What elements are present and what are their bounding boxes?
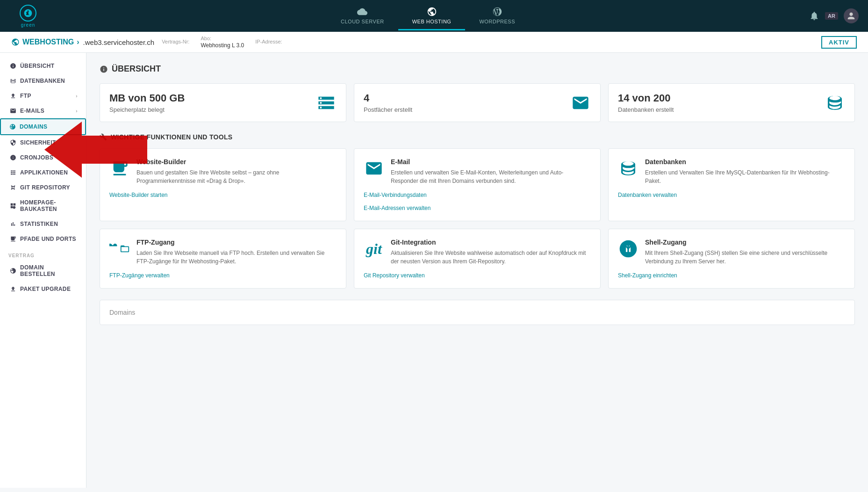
website-builder-desc: Bauen und gestalten Sie Ihre Website sel… xyxy=(136,168,337,185)
git-manage-link[interactable]: Git Repository verwalten xyxy=(364,272,591,279)
databases-icon xyxy=(825,93,845,113)
nav-item-wordpress[interactable]: WORDPRESS xyxy=(465,2,529,30)
tools-grid: Website-Builder Bauen und gestalten Sie … xyxy=(100,148,855,289)
ftp-manage-link[interactable]: FTP-Zugänge verwalten xyxy=(109,272,337,279)
nav-cloud-server-label: CLOUD SERVER xyxy=(341,19,384,24)
sidebar-item-applikationen[interactable]: APPLIKATIONEN xyxy=(0,165,86,180)
logo-icon xyxy=(20,5,36,22)
website-builder-name: Website-Builder xyxy=(136,158,337,166)
domains-title: Domains xyxy=(109,309,845,316)
ip-item: IP-Adresse: xyxy=(255,39,282,45)
storage-icon xyxy=(316,93,337,113)
nav-right: AR xyxy=(809,8,859,23)
stat-storage: MB von 500 GB Speicherplatz belegt xyxy=(100,83,346,122)
git-tool-icon: git xyxy=(364,239,384,259)
sidebar-item-paket-upgrade[interactable]: PAKET UPGRADE xyxy=(0,282,86,297)
tool-git: git Git-Integration Aktualisieren Sie Ih… xyxy=(354,229,601,289)
sidebar-item-cronjobs[interactable]: CRONJOBS xyxy=(0,150,86,165)
main-content: ÜBERSICHT MB von 500 GB Speicherplatz be… xyxy=(86,53,868,488)
sidebar-item-homepage-baukasten[interactable]: HOMEPAGE-BAUKASTEN xyxy=(0,195,86,217)
vertrag-nr-item: Vertrags-Nr: xyxy=(162,39,189,45)
webhosting-icon xyxy=(11,38,20,46)
abo-item: Abo: Webhosting L 3.0 xyxy=(201,36,244,49)
nav-item-web-hosting[interactable]: WEB HOSTING xyxy=(398,2,466,30)
storage-number: MB von 500 GB xyxy=(109,92,185,104)
tools-section-title: WICHTIGE FUNKTIONEN UND TOOLS xyxy=(100,133,855,141)
db-manage-link[interactable]: Datenbanken verwalten xyxy=(618,192,845,198)
sidebar-item-git-repository[interactable]: GIT REPOSITORY xyxy=(0,180,86,195)
datenbanken-tool-desc: Erstellen und Verwalten Sie Ihre MySQL-D… xyxy=(645,168,845,185)
shell-tool-icon xyxy=(618,239,638,259)
mailboxes-number: 4 xyxy=(364,92,412,104)
databases-number: 14 von 200 xyxy=(618,92,674,104)
datenbanken-tool-name: Datenbanken xyxy=(645,158,845,166)
emails-chevron: › xyxy=(76,108,78,114)
page-title: ÜBERSICHT xyxy=(100,64,855,74)
git-tool-name: Git-Integration xyxy=(391,239,591,246)
notification-icon[interactable] xyxy=(809,11,819,21)
sidebar-item-datenbanken[interactable]: DATENBANKEN xyxy=(0,73,86,88)
sidebar-item-sicherheit[interactable]: SICHERHEIT xyxy=(0,135,86,150)
email-conn-link[interactable]: E-Mail-Verbindungsdaten xyxy=(364,192,591,198)
sidebar-section-vertrag: VERTRAG xyxy=(0,246,86,260)
sidebar-item-emails[interactable]: E-MAILS › xyxy=(0,103,86,118)
ftp-tool-desc: Laden Sie Ihre Webseite manuell via FTP … xyxy=(136,249,337,266)
website-builder-icon xyxy=(109,158,130,179)
stat-databases: 14 von 200 Datenbanken erstellt xyxy=(608,83,855,122)
datenbanken-tool-icon xyxy=(618,158,638,179)
user-avatar[interactable] xyxy=(844,8,859,23)
website-builder-link[interactable]: Website-Builder starten xyxy=(109,192,337,198)
shell-tool-desc: Mit Ihrem Shell-Zugang (SSH) stellen Sie… xyxy=(645,249,845,266)
mailboxes-label: Postfächer erstellt xyxy=(364,106,412,113)
shell-tool-name: Shell-Zugang xyxy=(645,239,845,246)
layout: ÜBERSICHT DATENBANKEN FTP › E-MAILS › DO… xyxy=(0,53,868,488)
tool-email: E-Mail Erstellen und verwalten Sie E-Mai… xyxy=(354,148,601,221)
tool-website-builder: Website-Builder Bauen und gestalten Sie … xyxy=(100,148,346,221)
mailboxes-icon xyxy=(570,93,591,113)
email-manage-link[interactable]: E-Mail-Adressen verwalten xyxy=(364,205,591,211)
sidebar-item-domains[interactable]: DOMAINS xyxy=(0,118,86,135)
sidebar-item-pfade-und-ports[interactable]: PFADE UND PORTS xyxy=(0,232,86,246)
tool-shell: Shell-Zugang Mit Ihrem Shell-Zugang (SSH… xyxy=(608,229,855,289)
databases-label: Datenbanken erstellt xyxy=(618,106,674,113)
sidebar-item-uebersicht[interactable]: ÜBERSICHT xyxy=(0,58,86,73)
email-tool-desc: Erstellen und verwalten Sie E-Mail-Konte… xyxy=(391,168,591,185)
ar-badge[interactable]: AR xyxy=(825,12,838,20)
logo[interactable]: green xyxy=(9,5,47,28)
stat-mailboxes: 4 Postfächer erstellt xyxy=(354,83,601,122)
tools-icon xyxy=(100,133,107,141)
ftp-tool-name: FTP-Zugang xyxy=(136,239,337,246)
sidebar-item-statistiken[interactable]: STATISTIKEN xyxy=(0,217,86,232)
git-tool-desc: Aktualisieren Sie Ihre Website wahlweise… xyxy=(391,249,591,266)
breadcrumb-left: WEBHOSTING › .web3.servicehoster.ch xyxy=(11,38,154,46)
ftp-tool-icon xyxy=(109,239,130,259)
sidebar-item-domain-bestellen[interactable]: DOMAIN BESTELLEN xyxy=(0,260,86,282)
status-badge: AKTIV xyxy=(821,36,857,49)
ftp-chevron: › xyxy=(76,93,78,99)
breadcrumb-bar: WEBHOSTING › .web3.servicehoster.ch Vert… xyxy=(0,32,868,53)
nav-wordpress-label: WORDPRESS xyxy=(479,19,515,24)
breadcrumb-meta: Vertrags-Nr: Abo: Webhosting L 3.0 IP-Ad… xyxy=(162,36,282,49)
sidebar-item-ftp[interactable]: FTP › xyxy=(0,88,86,103)
stats-row: MB von 500 GB Speicherplatz belegt 4 Pos… xyxy=(100,83,855,122)
nav-item-cloud-server[interactable]: CLOUD SERVER xyxy=(327,2,398,30)
logo-label: green xyxy=(21,22,36,28)
breadcrumb-title[interactable]: WEBHOSTING › xyxy=(11,38,79,46)
page-title-icon xyxy=(100,65,108,73)
top-nav: green CLOUD SERVER WEB HOSTING WORDPRESS… xyxy=(0,0,868,32)
nav-web-hosting-label: WEB HOSTING xyxy=(412,19,452,24)
email-tool-name: E-Mail xyxy=(391,158,591,166)
email-tool-icon xyxy=(364,158,384,179)
domains-section: Domains xyxy=(100,300,855,325)
tool-ftp: FTP-Zugang Laden Sie Ihre Webseite manue… xyxy=(100,229,346,289)
sidebar: ÜBERSICHT DATENBANKEN FTP › E-MAILS › DO… xyxy=(0,53,86,488)
breadcrumb-chevron: › xyxy=(77,38,79,46)
hostname: .web3.servicehoster.ch xyxy=(83,38,155,46)
shell-setup-link[interactable]: Shell-Zugang einrichten xyxy=(618,272,845,279)
storage-label: Speicherplatz belegt xyxy=(109,106,185,113)
nav-items: CLOUD SERVER WEB HOSTING WORDPRESS xyxy=(47,2,809,30)
tool-datenbanken: Datenbanken Erstellen und Verwalten Sie … xyxy=(608,148,855,221)
